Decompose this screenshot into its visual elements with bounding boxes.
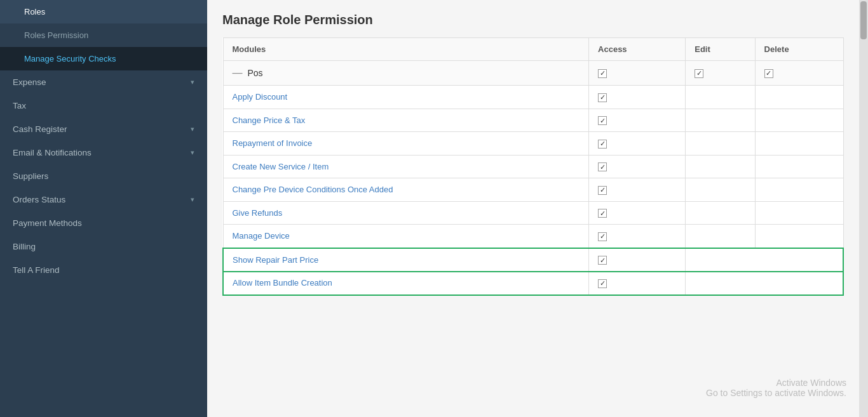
sidebar-item-label: Roles Permission <box>24 30 88 40</box>
sidebar-item-orders-status[interactable]: Orders Status ▾ <box>0 188 207 211</box>
chevron-down-icon: ▾ <box>191 125 194 133</box>
repayment-invoice-access-checkbox[interactable] <box>598 140 607 149</box>
sidebar-item-label: Tell A Friend <box>13 265 60 275</box>
sidebar-item-label: Suppliers <box>13 171 48 181</box>
sidebar-item-payment-methods[interactable]: Payment Methods <box>0 211 207 235</box>
sidebar-item-manage-security-checks[interactable]: Manage Security Checks <box>0 47 207 70</box>
pos-dash: — <box>233 67 243 79</box>
sidebar-item-label: Roles <box>24 7 45 17</box>
col-header-edit: Edit <box>686 38 755 61</box>
change-price-tax-access-checkbox[interactable] <box>598 116 607 125</box>
sidebar-item-tell-a-friend[interactable]: Tell A Friend <box>0 258 207 282</box>
pos-delete-checkbox[interactable] <box>764 69 773 78</box>
col-header-modules: Modules <box>223 38 589 61</box>
table-row: Give Refunds <box>223 201 843 225</box>
show-repair-price-access-checkbox[interactable] <box>598 256 607 265</box>
sidebar-item-suppliers[interactable]: Suppliers <box>0 164 207 188</box>
manage-device-access-checkbox[interactable] <box>598 232 607 241</box>
col-header-access: Access <box>589 38 686 61</box>
sidebar-item-label: Email & Notifications <box>13 148 92 157</box>
sidebar-item-label: Billing <box>13 242 36 251</box>
change-pre-device-access-checkbox[interactable] <box>598 186 607 195</box>
sidebar-item-label: Orders Status <box>13 195 65 204</box>
watermark-line2: Go to Settings to activate Windows. <box>706 388 846 398</box>
page-title: Manage Role Permission <box>222 13 844 27</box>
table-row-green-2: Allow Item Bundle Creation <box>223 272 843 295</box>
scrollbar-track[interactable] <box>859 0 868 417</box>
allow-bundle-creation-access-checkbox[interactable] <box>598 279 607 288</box>
sidebar-item-expense[interactable]: Expense ▾ <box>0 70 207 94</box>
col-header-delete: Delete <box>755 38 843 61</box>
sidebar-item-roles-permission[interactable]: Roles Permission <box>0 23 207 47</box>
table-row: Apply Discount <box>223 86 843 109</box>
sidebar-item-email-notifications[interactable]: Email & Notifications ▾ <box>0 141 207 164</box>
table-row: Change Pre Device Conditions Once Added <box>223 178 843 202</box>
create-service-item-access-checkbox[interactable] <box>598 162 607 171</box>
sidebar-item-label: Tax <box>13 101 26 110</box>
chevron-down-icon: ▾ <box>191 149 194 157</box>
pos-label-text: Pos <box>248 68 263 78</box>
sidebar-item-tax[interactable]: Tax <box>0 94 207 117</box>
table-row: Create New Service / Item <box>223 155 843 178</box>
apply-discount-access-checkbox[interactable] <box>598 93 607 102</box>
sidebar-item-label: Payment Methods <box>13 218 82 228</box>
sidebar-item-label: Cash Register <box>13 124 67 134</box>
sidebar-item-billing[interactable]: Billing <box>0 235 207 258</box>
table-row-green-1: Show Repair Part Price <box>223 248 843 272</box>
sidebar-item-roles[interactable]: Roles <box>0 0 207 23</box>
main-content: Manage Role Permission Modules Access Ed… <box>207 0 859 417</box>
pos-edit-checkbox[interactable] <box>695 69 703 78</box>
pos-access-checkbox[interactable] <box>598 69 607 78</box>
sidebar-item-cash-register[interactable]: Cash Register ▾ <box>0 117 207 141</box>
sidebar: Roles Roles Permission Manage Security C… <box>0 0 207 417</box>
watermark: Activate Windows Go to Settings to activ… <box>706 378 846 398</box>
table-row: Change Price & Tax <box>223 109 843 132</box>
chevron-down-icon: ▾ <box>191 195 194 204</box>
table-row: Repayment of Invoice <box>223 132 843 156</box>
permission-table: Modules Access Edit Delete — Pos <box>222 37 844 296</box>
table-row: Manage Device <box>223 225 843 248</box>
chevron-down-icon: ▾ <box>191 78 194 86</box>
watermark-line1: Activate Windows <box>706 378 846 388</box>
scrollbar-thumb[interactable] <box>860 1 867 39</box>
table-row-pos: — Pos <box>223 61 843 86</box>
give-refunds-access-checkbox[interactable] <box>598 209 607 218</box>
sidebar-item-label: Expense <box>13 77 46 87</box>
sidebar-item-label: Manage Security Checks <box>24 54 116 63</box>
